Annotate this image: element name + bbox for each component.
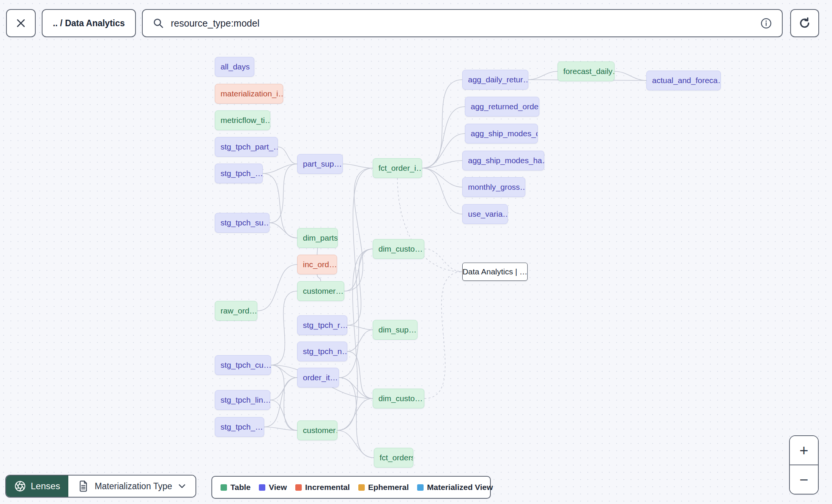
graph-node-materialization[interactable]: materialization_i… [215,84,283,104]
legend-swatch [358,484,365,491]
graph-edge [344,168,373,291]
zoom-in-icon: + [799,443,808,458]
graph-node-forecast_daily[interactable]: forecast_daily… [558,61,615,81]
graph-edge [339,378,373,398]
graph-edge [269,164,297,223]
info-icon[interactable] [760,17,772,29]
lens-dropdown-label: Materialization Type [95,481,172,491]
graph-edge [337,430,374,458]
graph-edge [615,71,646,80]
graph-edge [422,168,462,214]
legend-item-ephemeral: Ephemeral [358,483,409,492]
legend-swatch [259,484,265,491]
graph-edge [347,249,373,325]
graph-node-stg_tpch_r[interactable]: stg_tpch_r… [297,315,347,335]
graph-node-fct_orders[interactable]: fct_orders [374,448,413,468]
lenses-button[interactable]: Lenses [6,476,68,497]
graph-edge [317,274,321,281]
graph-node-raw_ord[interactable]: raw_ord… [215,301,257,321]
graph-node-inc_ord[interactable]: inc_ord… [297,255,337,274]
graph-node-stg_tpch_part[interactable]: stg_tpch_part_… [215,137,278,157]
legend-label: Materialized View [427,483,493,492]
graph-edge [422,168,462,187]
refresh-button[interactable] [790,9,819,37]
search-input[interactable] [171,18,753,29]
refresh-icon [798,17,811,30]
graph-edge [424,272,462,398]
chevron-down-icon [178,484,186,488]
lineage-canvas[interactable]: all_daysmaterialization_i…metricflow_ti…… [0,0,832,504]
lenses-label: Lenses [31,481,60,491]
graph-edge [528,71,558,80]
graph-edge [347,330,373,351]
graph-edge [347,325,373,330]
graph-node-dim_sup[interactable]: dim_sup… [373,320,418,340]
close-icon [15,17,27,29]
graph-edge [264,427,297,430]
graph-node-stg_tpch_cu[interactable]: stg_tpch_cu… [215,355,271,375]
zoom-controls: + − [789,435,819,495]
document-icon [78,480,88,492]
graph-node-stg_tpch_su[interactable]: stg_tpch_su… [215,213,269,233]
graph-node-dim_parts[interactable]: dim_parts [297,228,338,248]
graph-node-agg_ship_ha[interactable]: agg_ship_modes_ha… [462,151,544,170]
legend-item-table: Table [221,483,251,492]
graph-edge [422,80,462,168]
graph-node-dim_custo_b[interactable]: dim_custo… [373,389,424,408]
graph-edge [257,265,297,311]
graph-node-dim_custo_a[interactable]: dim_custo… [373,239,424,259]
legend: TableViewIncrementalEphemeralMaterialize… [211,476,491,499]
breadcrumb-label: .. / Data Analytics [53,18,125,28]
legend-label: Table [230,483,251,492]
zoom-out-icon: − [799,472,808,487]
graph-node-use_varia[interactable]: use_varia… [462,204,508,224]
graph-edge [347,351,373,398]
legend-item-materialized-view: Materialized View [417,483,493,492]
graph-edge [271,291,297,365]
graph-node-part_sup[interactable]: part_sup… [297,154,343,174]
graph-edge [317,248,318,255]
graph-node-stg_tpch_a2[interactable]: stg_tpch_… [215,417,264,437]
lens-selector: Lenses Materialization Type [5,475,196,498]
graph-edge [337,249,373,430]
graph-edge [343,164,373,168]
graph-node-monthly_gross[interactable]: monthly_gross… [462,177,525,197]
lens-dropdown[interactable]: Materialization Type [68,476,195,497]
graph-edge [263,164,297,173]
graph-edge [422,107,465,168]
graph-node-actual_foreca[interactable]: actual_and_foreca… [646,71,721,90]
graph-node-agg_returned[interactable]: agg_returned_orde… [465,97,539,117]
close-button[interactable] [6,9,36,37]
legend-item-incremental: Incremental [295,483,350,492]
graph-node-fct_order_items[interactable]: fct_order_i… [373,158,422,178]
graph-node-agg_daily[interactable]: agg_daily_retur… [462,70,528,90]
zoom-out-button[interactable]: − [790,465,818,494]
graph-node-all_days[interactable]: all_days [215,57,254,77]
graph-node-order_it[interactable]: order_it… [297,368,339,387]
graph-edge [278,147,297,164]
graph-edge [424,249,462,272]
search-icon [153,17,164,29]
graph-node-stg_tpch_lin[interactable]: stg_tpch_lin… [215,390,270,410]
graph-node-stg_tpch_a[interactable]: stg_tpch_… [215,164,263,183]
breadcrumb-button[interactable]: .. / Data Analytics [42,9,136,37]
aperture-icon [14,480,26,492]
graph-node-stg_tpch_n[interactable]: stg_tpch_n… [297,342,347,361]
legend-label: View [269,483,287,492]
graph-edge [337,398,373,430]
legend-label: Ephemeral [368,483,409,492]
graph-node-agg_ship_d[interactable]: agg_ship_modes_d… [465,124,538,143]
legend-swatch [295,484,302,491]
graph-node-exposure[interactable]: Data Analytics | … [462,263,528,281]
graph-edge [271,365,297,378]
legend-item-view: View [259,483,287,492]
graph-node-metricflow_ti[interactable]: metricflow_ti… [215,110,270,130]
graph-node-customer_b[interactable]: customer… [297,421,337,440]
search-bar[interactable] [142,9,783,37]
zoom-in-button[interactable]: + [790,436,818,465]
graph-node-customer_a[interactable]: customer… [297,281,344,301]
legend-swatch [417,484,424,491]
legend-label: Incremental [305,483,350,492]
legend-swatch [221,484,227,491]
graph-edge [269,223,297,238]
